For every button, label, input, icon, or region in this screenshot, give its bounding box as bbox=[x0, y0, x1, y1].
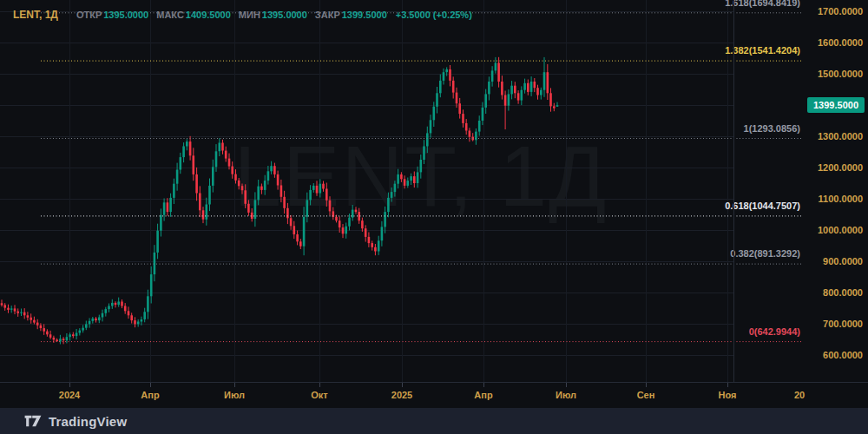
price-axis-label: 800.0000 bbox=[823, 287, 863, 299]
open-label: ОТКР bbox=[76, 9, 102, 21]
footer-bar: TradingView bbox=[0, 408, 868, 434]
time-axis-label: Июл bbox=[224, 390, 245, 400]
time-axis-tick bbox=[402, 383, 403, 387]
last-price-badge: 1399.5000 bbox=[807, 97, 865, 113]
time-axis-label: Окт bbox=[311, 390, 327, 400]
high-label: МАКС bbox=[156, 9, 184, 21]
high-value: 1409.5000 bbox=[186, 9, 231, 21]
price-axis-label: 1200.0000 bbox=[818, 162, 863, 174]
time-axis-label: Ноя bbox=[719, 390, 737, 400]
low-value: 1395.0000 bbox=[262, 9, 307, 21]
time-axis-label: 2024 bbox=[59, 390, 80, 400]
ohlc-legend: LENT, 1Д ОТКР 1395.0000 МАКС 1409.5000 М… bbox=[13, 9, 472, 21]
price-axis-label: 1300.0000 bbox=[818, 131, 863, 142]
close-value: 1399.5000 bbox=[342, 9, 387, 21]
time-axis-tick bbox=[483, 383, 484, 387]
price-axis-label: 1600.0000 bbox=[818, 37, 863, 49]
time-axis-label: Сен bbox=[637, 390, 655, 400]
time-axis-label: 2025 bbox=[391, 390, 412, 400]
price-axis-label: 1100.0000 bbox=[819, 194, 863, 205]
price-axis-label: 700.0000 bbox=[823, 319, 863, 330]
time-axis-tick bbox=[566, 383, 567, 387]
price-axis-label: 600.0000 bbox=[823, 350, 863, 361]
time-axis-label: Апр bbox=[474, 390, 492, 400]
time-axis-tick bbox=[150, 383, 151, 387]
time-axis-label: Апр bbox=[141, 390, 159, 400]
tradingview-logo-text: TradingView bbox=[49, 414, 127, 429]
change-value: +3.5000 (+0.25%) bbox=[396, 9, 472, 21]
time-axis-tick bbox=[646, 383, 647, 387]
tradingview-logo-link[interactable]: TradingView bbox=[23, 414, 127, 429]
tradingview-chart-window: LENT, 1Д 1.618(1694.8419)1.382(1541.4204… bbox=[0, 0, 868, 434]
legend-symbol[interactable]: LENT, 1Д bbox=[13, 9, 58, 21]
time-axis-tick bbox=[234, 383, 235, 387]
time-axis-label: Июл bbox=[556, 390, 576, 400]
price-axis-label: 1000.0000 bbox=[818, 225, 863, 236]
price-axis-label: 1500.0000 bbox=[818, 69, 863, 80]
low-label: МИН bbox=[239, 9, 260, 21]
time-axis-label: 20 bbox=[794, 390, 805, 400]
close-label: ЗАКР bbox=[315, 9, 340, 21]
time-axis-tick bbox=[319, 383, 320, 387]
price-axis-label: 900.0000 bbox=[823, 256, 863, 267]
time-scale[interactable]: 2024АпрИюлОкт2025АпрИюлСенНоя20 bbox=[0, 383, 868, 408]
open-value: 1395.0000 bbox=[103, 9, 148, 21]
tradingview-logo-icon bbox=[23, 414, 43, 428]
price-axis-label: 1700.0000 bbox=[818, 6, 863, 17]
time-axis-tick bbox=[727, 383, 728, 387]
price-scale[interactable]: 1399.5000 1700.00001600.00001500.0000130… bbox=[734, 0, 868, 382]
time-axis-tick bbox=[69, 383, 70, 387]
